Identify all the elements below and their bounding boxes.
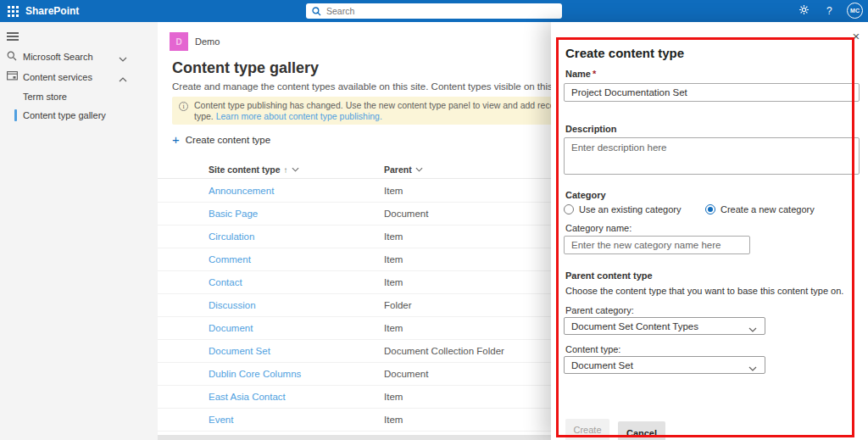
content-type-link[interactable]: Document Set <box>209 340 270 363</box>
search-input[interactable] <box>326 6 530 16</box>
required-asterisk: * <box>593 69 596 79</box>
parent-content-type-hint: Choose the content type that you want to… <box>565 286 843 296</box>
parent-category-label: Parent category: <box>565 305 634 315</box>
cancel-button[interactable]: Cancel <box>618 421 665 440</box>
radio-use-existing-category[interactable]: Use an existing category <box>564 204 681 214</box>
chevron-down-icon <box>292 164 299 174</box>
content-type-link[interactable]: Circulation <box>209 226 254 248</box>
app-launcher-icon[interactable] <box>8 6 19 17</box>
category-name-label: Category name: <box>565 223 632 233</box>
info-icon: i <box>179 102 188 111</box>
suite-bar: SharePoint ? MC <box>0 0 868 22</box>
content-type-link[interactable]: Discussion <box>209 294 256 317</box>
parent-cell: Item <box>384 409 403 432</box>
content-type-link[interactable]: Event <box>209 409 233 432</box>
sidebar-item-term-store[interactable]: Term store <box>23 88 150 105</box>
banner-line2: type. <box>194 111 216 121</box>
parent-cell: Item <box>384 226 403 248</box>
learn-more-link[interactable]: Learn more about content type publishing… <box>216 111 382 121</box>
sidebar-item-label: Content services <box>23 72 92 82</box>
sidebar-item-label: Microsoft Search <box>23 52 93 62</box>
search-icon <box>7 51 17 63</box>
parent-cell: Item <box>384 248 403 271</box>
parent-category-dropdown[interactable]: Document Set Content Types <box>564 317 765 335</box>
chevron-down-icon <box>415 164 423 174</box>
site-name[interactable]: Demo <box>195 36 220 47</box>
parent-cell: Folder <box>384 294 412 317</box>
radio-selected-icon <box>705 204 715 214</box>
content-type-link[interactable]: East Asia Contact <box>209 386 286 409</box>
account-avatar[interactable]: MC <box>847 3 863 19</box>
panel-title: Create content type <box>565 46 684 60</box>
category-radio-group: Use an existing category Create a new ca… <box>564 204 860 216</box>
content-type-label: Content type: <box>565 344 620 354</box>
settings-gear-icon[interactable] <box>798 4 810 18</box>
column-header-site-content-type[interactable]: Site content type↑ <box>209 164 299 175</box>
content-type-link[interactable]: Contact <box>209 271 242 294</box>
sort-ascending-icon: ↑ <box>284 165 288 175</box>
create-content-type-panel: × Create content type Name* Description … <box>551 22 868 440</box>
description-textarea[interactable] <box>564 137 860 175</box>
radio-icon <box>564 204 574 214</box>
radio-create-new-category[interactable]: Create a new category <box>705 204 815 214</box>
sidebar-item-content-services[interactable]: Content services <box>0 68 158 86</box>
page-title: Content type gallery <box>172 59 319 77</box>
chevron-down-icon <box>748 363 757 373</box>
content-type-dropdown[interactable]: Document Set <box>564 356 765 374</box>
sidebar-item-microsoft-search[interactable]: Microsoft Search <box>0 47 158 66</box>
search-icon <box>312 7 321 16</box>
parent-cell: Item <box>384 386 403 409</box>
chevron-down-icon <box>748 324 757 334</box>
name-input[interactable] <box>564 83 860 102</box>
parent-cell: Item <box>384 317 403 340</box>
content-type-link[interactable]: Announcement <box>209 180 274 203</box>
selected-indicator <box>14 109 17 121</box>
hamburger-menu-icon[interactable] <box>7 32 19 41</box>
category-name-input[interactable] <box>564 236 750 254</box>
chevron-up-icon <box>119 74 127 84</box>
content-type-link[interactable]: Comment <box>209 248 251 271</box>
admin-sidebar: Microsoft Search Content services Term s… <box>0 22 158 440</box>
site-logo[interactable]: D <box>170 32 188 51</box>
category-label: Category <box>565 190 606 200</box>
description-label: Description <box>565 124 617 134</box>
create-button[interactable]: Create <box>565 419 609 440</box>
parent-cell: Document Collection Folder <box>384 340 504 363</box>
close-icon[interactable]: × <box>849 29 864 44</box>
column-header-parent[interactable]: Parent <box>384 164 423 175</box>
app-title: SharePoint <box>25 5 79 17</box>
content-type-link[interactable]: Dublin Core Columns <box>209 363 301 386</box>
chevron-down-icon <box>119 53 127 64</box>
sidebar-item-label: Content type gallery <box>23 107 150 124</box>
create-content-type-button[interactable]: + Create content type <box>172 133 270 147</box>
parent-cell: Item <box>384 180 403 203</box>
content-services-icon <box>7 71 18 82</box>
parent-cell: Document <box>384 363 428 386</box>
plus-icon: + <box>172 134 180 146</box>
name-label: Name* <box>565 69 596 79</box>
parent-cell: Item <box>384 271 403 294</box>
parent-cell: Document <box>384 203 428 226</box>
help-icon[interactable]: ? <box>826 5 832 17</box>
parent-content-type-title: Parent content type <box>565 270 653 281</box>
content-type-link[interactable]: Document <box>209 317 253 340</box>
content-type-link[interactable]: Basic Page <box>209 203 258 226</box>
global-search[interactable] <box>306 3 562 19</box>
